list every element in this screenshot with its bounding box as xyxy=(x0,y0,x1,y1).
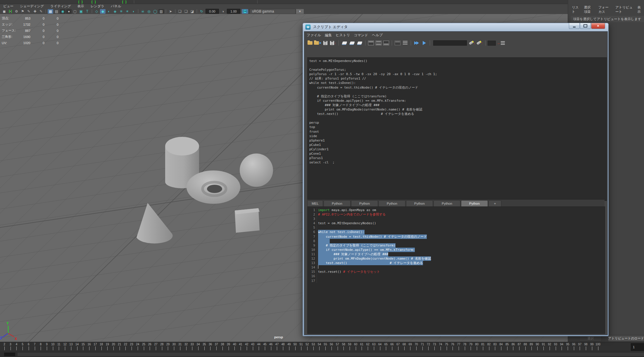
grid-icon[interactable]: ▦ xyxy=(48,9,53,14)
frame-tick[interactable] xyxy=(441,346,441,350)
current-frame-field[interactable]: 1 xyxy=(631,343,644,351)
refresh-icon[interactable]: ↻ xyxy=(199,9,204,14)
gamma-mode-dropdown[interactable]: sRGB gamma xyxy=(250,9,296,14)
frame-tick[interactable] xyxy=(580,346,580,350)
frame-tick[interactable] xyxy=(592,346,592,350)
close-button[interactable]: ✕ xyxy=(591,23,605,29)
shelf-bracket-icon[interactable]: [ ] xyxy=(122,0,127,4)
viewport-menu-ライティング[interactable]: ライティング xyxy=(47,4,74,8)
frame-tick[interactable] xyxy=(253,346,253,350)
script-editor-menu-編集[interactable]: 編集 xyxy=(325,33,336,38)
frame-tick[interactable] xyxy=(356,346,356,350)
frame-tick[interactable] xyxy=(192,346,192,350)
frame-tick[interactable] xyxy=(477,346,477,350)
attr-menu-アトリビュート[interactable]: アトリビュート xyxy=(613,5,635,14)
frame-tick[interactable] xyxy=(416,346,417,350)
time-slider[interactable]: 1 23456789101112131415161718192021222324… xyxy=(0,342,644,352)
frame-tick[interactable] xyxy=(29,346,29,350)
frame-tick[interactable] xyxy=(59,346,59,350)
frame-tick[interactable] xyxy=(198,346,198,350)
default-material-icon[interactable]: ◈ xyxy=(112,9,118,14)
viewport-menu-表示[interactable]: 表示 xyxy=(74,4,87,8)
new-tab-button[interactable]: + xyxy=(488,200,501,206)
frame-tick[interactable] xyxy=(241,346,241,350)
frame-tick[interactable] xyxy=(229,346,229,350)
wireframe-on-shaded-icon[interactable]: ✳ xyxy=(118,9,124,14)
frame-tick[interactable] xyxy=(519,346,519,350)
attr-menu-表示[interactable]: 表示 xyxy=(635,5,644,14)
isolate-select-icon[interactable]: ❏ xyxy=(177,9,183,14)
contrast-field[interactable]: 1.00 xyxy=(227,9,240,14)
frame-tick[interactable] xyxy=(107,346,108,350)
safe-action-icon[interactable]: ▣ xyxy=(78,9,84,14)
frame-tick[interactable] xyxy=(35,346,35,350)
script-tab-python-1[interactable]: Python xyxy=(324,200,351,206)
frame-tick[interactable] xyxy=(447,346,447,350)
frame-tick[interactable] xyxy=(144,346,144,350)
field-chart-icon[interactable]: ▢ xyxy=(72,9,78,14)
frame-tick[interactable] xyxy=(210,346,210,350)
script-editor-menu-ヘルプ[interactable]: ヘルプ xyxy=(372,33,386,38)
frame-tick[interactable] xyxy=(23,346,23,350)
frame-tick[interactable] xyxy=(459,346,459,350)
frame-tick[interactable] xyxy=(301,346,301,350)
attr-menu-リスト[interactable]: リスト xyxy=(569,5,582,14)
frame-tick[interactable] xyxy=(65,346,65,350)
attr-menu-選択項目[interactable]: 選択項目 xyxy=(582,5,596,14)
gamma-dropdown-arrow-icon[interactable]: ▼ xyxy=(296,9,304,14)
frame-tick[interactable] xyxy=(16,346,17,350)
frame-tick[interactable] xyxy=(77,346,77,350)
frame-tick[interactable] xyxy=(307,346,308,350)
frame-tick[interactable] xyxy=(222,346,223,350)
frame-tick[interactable] xyxy=(543,346,544,350)
frame-tick[interactable] xyxy=(41,346,41,350)
search-down-icon[interactable]: ↓ xyxy=(469,40,476,46)
frame-tick[interactable] xyxy=(392,346,392,350)
script-editor-menu-コマンド[interactable]: コマンド xyxy=(354,33,372,38)
brush-icon[interactable]: ✎ xyxy=(38,9,44,14)
frame-tick[interactable] xyxy=(471,346,471,350)
frame-tick[interactable] xyxy=(495,346,495,350)
quick-help-field[interactable] xyxy=(432,40,468,46)
script-tab-python-4[interactable]: Python xyxy=(406,200,433,206)
save-script-icon[interactable] xyxy=(322,40,329,46)
script-tab-python-3[interactable]: Python xyxy=(379,200,405,206)
frame-tick[interactable] xyxy=(325,346,326,350)
clear-input-icon[interactable] xyxy=(348,40,355,46)
frame-tick[interactable] xyxy=(453,346,453,350)
script-editor-menu-ファイル[interactable]: ファイル xyxy=(307,33,325,38)
search-up-icon[interactable]: ↑ xyxy=(476,40,483,46)
camera-icon[interactable]: ◼ xyxy=(1,9,7,14)
frame-tick[interactable] xyxy=(507,346,507,350)
frame-tick[interactable] xyxy=(380,346,380,350)
script-tab-python-5[interactable]: Python xyxy=(434,200,460,206)
safe-title-icon[interactable]: T xyxy=(84,9,90,14)
frame-tick[interactable] xyxy=(404,346,405,350)
clear-all-icon[interactable] xyxy=(356,40,363,46)
frame-tick[interactable] xyxy=(374,346,374,350)
line-numbers-icon[interactable] xyxy=(402,40,409,46)
frame-tick[interactable] xyxy=(289,346,289,350)
clear-history-icon[interactable] xyxy=(341,40,348,46)
select-tool-icon[interactable]: ➤ xyxy=(168,9,173,14)
frame-tick[interactable] xyxy=(398,346,398,350)
bookmark-icon[interactable]: ⚑ xyxy=(20,9,25,14)
open-script-icon[interactable] xyxy=(306,40,313,46)
frame-tick[interactable] xyxy=(180,346,180,350)
frame-tick[interactable] xyxy=(489,346,489,350)
show-input-pane-icon[interactable] xyxy=(383,40,390,46)
frame-tick[interactable] xyxy=(265,346,265,350)
frame-tick[interactable] xyxy=(89,346,89,350)
viewport-menu-レンダラ[interactable]: レンダラ xyxy=(87,4,108,8)
attr-menu-フォーカス[interactable]: フォーカス xyxy=(596,5,613,14)
frame-tick[interactable] xyxy=(150,346,150,350)
film-gate-icon[interactable]: ▤ xyxy=(54,9,59,14)
range-start-field[interactable] xyxy=(4,353,15,356)
image-plane-icon[interactable]: ◪ xyxy=(189,9,195,14)
frame-tick[interactable] xyxy=(11,346,11,350)
range-slider-track[interactable] xyxy=(18,353,644,356)
frame-tick[interactable] xyxy=(586,346,586,350)
frame-tick[interactable] xyxy=(483,346,483,350)
xray-joints-icon[interactable]: ◎ xyxy=(146,9,152,14)
frame-tick[interactable] xyxy=(125,346,126,350)
